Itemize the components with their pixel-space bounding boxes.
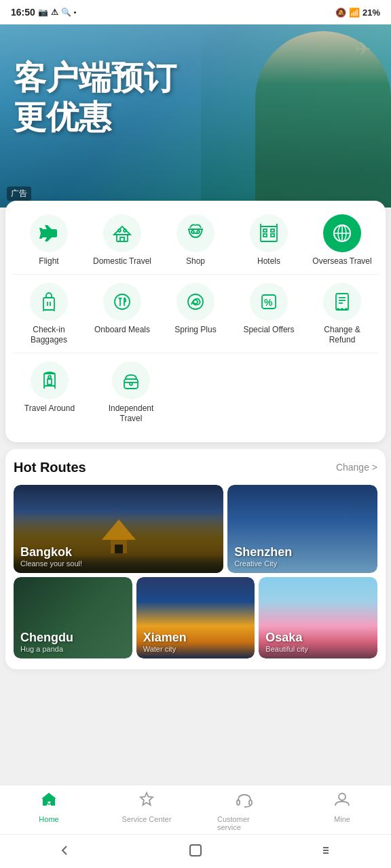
hotels-icon-circle	[250, 214, 288, 252]
menu-item-flight[interactable]: Flight	[18, 214, 79, 267]
route-card-xiamen[interactable]: Xiamen Water city	[136, 577, 255, 658]
nav-service-center-label: Service Center	[122, 815, 172, 823]
main-icon-card: Flight Domestic Travel	[5, 201, 386, 442]
domestic-icon-circle	[103, 214, 141, 252]
independent-label: Independent Travel	[100, 403, 162, 425]
route-card-bangkok[interactable]: Bangkok Cleanse your soul!	[14, 485, 223, 573]
nav-customer-service[interactable]: Customer service	[217, 791, 272, 831]
shop-icon-circle	[176, 214, 215, 252]
svg-rect-11	[263, 229, 267, 232]
hot-routes-header: Hot Routes Change >	[14, 460, 377, 475]
bottom-navigation: Home Service Center Customer service	[0, 785, 391, 834]
menu-item-meals[interactable]: Onboard Meals	[92, 283, 153, 346]
osaka-subtitle: Beautiful city	[265, 645, 308, 653]
menu-item-overseas[interactable]: Overseas Travel	[312, 214, 373, 267]
nav-service-center[interactable]: Service Center	[119, 791, 174, 831]
percent-icon: %	[258, 291, 280, 313]
menu-item-domestic[interactable]: Domestic Travel	[92, 214, 153, 267]
promotional-banner[interactable]: 客户端预订 更优惠 ✈ 广告	[0, 24, 391, 208]
svg-rect-45	[124, 379, 138, 389]
temple-silhouette	[98, 516, 139, 557]
main-icon-row-3: Travel Around Independent Travel	[12, 361, 379, 425]
banner-figure	[201, 24, 391, 208]
status-time: 16:50 📷 ⚠ 🔍 •	[11, 7, 76, 18]
menu-item-hotels[interactable]: Hotels	[238, 214, 299, 267]
xiamen-name: Xiamen	[143, 631, 187, 645]
flight-icon-circle	[30, 214, 68, 252]
bottom-padding	[0, 669, 391, 764]
osaka-info: Osaka Beautiful city	[259, 625, 314, 658]
nav-customer-service-label: Customer service	[217, 815, 272, 831]
ad-label: 广告	[7, 186, 31, 201]
svg-point-54	[339, 793, 346, 800]
svg-text:%: %	[264, 297, 273, 308]
menu-item-checkin[interactable]: Check-in Baggages	[18, 283, 79, 346]
spring-icon	[185, 291, 206, 313]
svg-point-26	[115, 294, 130, 309]
status-bar: 16:50 📷 ⚠ 🔍 • 🔕 📶 21%	[0, 0, 391, 24]
home-icon	[40, 791, 58, 812]
menu-item-travel-around[interactable]: Travel Around	[19, 361, 80, 425]
nav-mine[interactable]: Mine	[315, 791, 369, 831]
menu-item-shop[interactable]: Shop	[165, 214, 226, 267]
nav-home-label: Home	[39, 815, 58, 823]
main-icon-row-1: Flight Domestic Travel	[12, 214, 379, 267]
hotel-icon	[258, 222, 280, 244]
svg-rect-13	[263, 234, 267, 237]
hotels-label: Hotels	[257, 256, 280, 267]
overseas-label: Overseas Travel	[312, 256, 371, 267]
svg-rect-53	[249, 800, 252, 805]
banner-text: 客户端预订 更优惠	[14, 58, 176, 136]
svg-rect-14	[271, 234, 274, 237]
bangkok-info: Bangkok Cleanse your soul!	[14, 540, 89, 573]
svg-point-33	[193, 300, 198, 304]
hot-routes-change[interactable]: Change >	[336, 462, 377, 473]
route-card-shenzhen[interactable]: Shenzhen Creative City	[227, 485, 377, 573]
svg-rect-0	[117, 235, 128, 241]
recents-button[interactable]	[316, 841, 335, 860]
spring-label: Spring Plus	[174, 325, 216, 336]
gate-icon	[39, 370, 60, 391]
menu-item-change[interactable]: Change & Refund	[312, 283, 373, 346]
plane-icon	[38, 222, 60, 244]
route-card-osaka[interactable]: Osaka Beautiful city	[259, 577, 377, 658]
svg-rect-4	[118, 229, 121, 232]
menu-item-special[interactable]: % Special Offers	[238, 283, 299, 346]
routes-top-row: Bangkok Cleanse your soul! Shenzhen Crea…	[14, 485, 377, 573]
meals-label: Onboard Meals	[94, 325, 150, 336]
spring-icon-circle	[176, 283, 215, 321]
osaka-name: Osaka	[265, 631, 308, 645]
overseas-icon-circle	[323, 214, 361, 252]
svg-rect-12	[271, 229, 274, 232]
divider-1	[12, 274, 379, 275]
menu-item-spring[interactable]: Spring Plus	[165, 283, 226, 346]
routes-grid: Bangkok Cleanse your soul! Shenzhen Crea…	[14, 485, 377, 658]
user-icon	[333, 791, 351, 812]
change-icon-circle	[323, 283, 361, 321]
svg-point-32	[188, 294, 203, 309]
svg-marker-1	[114, 226, 130, 235]
chengdu-name: Chengdu	[20, 631, 73, 645]
meals-icon-circle	[103, 283, 141, 321]
svg-marker-48	[102, 519, 136, 540]
back-button[interactable]	[56, 841, 75, 860]
travel-around-label: Travel Around	[24, 403, 75, 414]
routes-bottom-row: Chengdu Hug a panda Xiamen Water city Os…	[14, 577, 377, 658]
headphone-icon	[236, 791, 253, 812]
special-label: Special Offers	[243, 325, 294, 336]
hot-routes-section: Hot Routes Change > Bangkok Cleanse your…	[5, 449, 386, 669]
svg-rect-55	[190, 845, 201, 856]
independent-icon-circle	[112, 361, 150, 399]
nav-home[interactable]: Home	[22, 791, 76, 831]
route-card-chengdu[interactable]: Chengdu Hug a panda	[14, 577, 132, 658]
flight-label: Flight	[39, 256, 58, 267]
shenzhen-subtitle: Creative City	[234, 559, 292, 568]
svg-rect-36	[336, 294, 348, 310]
fork-icon	[111, 291, 133, 313]
svg-rect-52	[237, 800, 240, 805]
home-button[interactable]	[186, 841, 205, 860]
svg-marker-51	[141, 793, 153, 805]
receipt-icon	[331, 291, 353, 313]
menu-item-independent[interactable]: Independent Travel	[100, 361, 162, 425]
bag-icon	[120, 370, 142, 391]
